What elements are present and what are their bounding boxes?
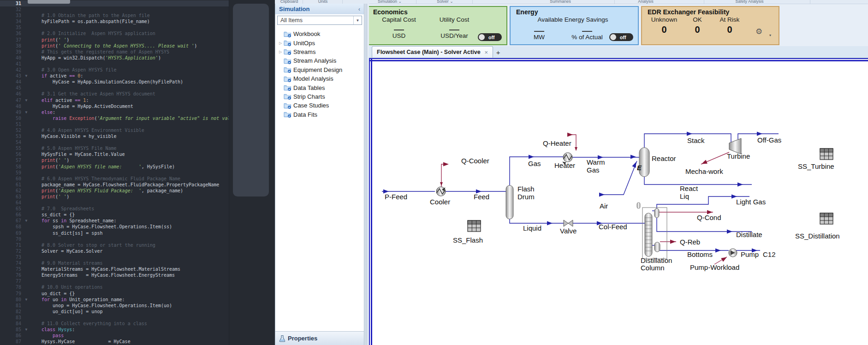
label-bottoms[interactable]: Bottoms (687, 250, 713, 258)
code-line[interactable]: 67▼for ss in Spreadsheet_name: (0, 218, 229, 224)
code-line[interactable]: 43▼if active == 0: (0, 73, 229, 79)
spreadsheet-icon-ss-flash[interactable] (468, 220, 481, 232)
code-line[interactable]: 81 unop = HyCase.Flowsheet.Operations.It… (0, 303, 229, 309)
label-react-liq-2[interactable]: Liq (680, 192, 689, 200)
label-distillate[interactable]: Distillate (736, 231, 762, 238)
label-ss-distillation[interactable]: SS_Distillation (795, 232, 840, 240)
code-line[interactable]: 40HyApp = win32.Dispatch('HYSYS.Applicat… (0, 55, 229, 61)
code-line[interactable]: 75MaterialStreams = HyCase.Flowsheet.Mat… (0, 266, 229, 272)
code-line[interactable]: 65# 7.0 Spreadsheets (0, 206, 229, 212)
pump-icon[interactable] (729, 249, 737, 257)
fold-arrow-icon[interactable]: ▼ (21, 73, 31, 79)
pane-splitter[interactable] (364, 4, 369, 345)
label-warm-gas-2[interactable]: Gas (587, 166, 600, 174)
code-line[interactable]: 66ss_dict = {} (0, 212, 229, 218)
reactor-icon[interactable]: E (637, 148, 649, 177)
tree-item-strip-charts[interactable]: Strip Charts (275, 92, 364, 101)
stream-light-gas[interactable] (657, 196, 749, 208)
label-feed[interactable]: Feed (474, 193, 489, 201)
tree-item-model-analysis[interactable]: Model Analysis (275, 74, 364, 83)
code-line[interactable]: 86 pass (0, 333, 229, 339)
code-line[interactable]: 51 (0, 121, 229, 127)
code-line[interactable]: 64 (0, 200, 229, 206)
code-line[interactable]: 48 HyCase = HyApp.ActiveDocument (0, 103, 229, 109)
label-pump-workload[interactable]: Pump-Workload (690, 263, 739, 271)
code-line[interactable]: 54 (0, 139, 229, 145)
flash-drum-icon[interactable] (506, 185, 513, 219)
code-line[interactable]: 61package_name = HyCase.Flowsheet.FluidP… (0, 182, 229, 188)
label-turbine[interactable]: Turbine (727, 152, 750, 160)
code-line[interactable]: 35 (0, 24, 229, 30)
fold-arrow-icon[interactable]: ▼ (21, 218, 31, 224)
fold-arrow-icon[interactable]: ▼ (21, 109, 31, 115)
code-line[interactable]: 34hyFilePath = os.path.abspath(File_name… (0, 18, 229, 24)
code-line[interactable]: 32 (0, 6, 229, 12)
pfd-drawing[interactable]: E (369, 58, 868, 345)
code-line[interactable]: 74# 9.0 Material streams (0, 260, 229, 266)
properties-bar[interactable]: Properties (275, 331, 364, 345)
label-air[interactable]: Air (600, 202, 608, 210)
code-line[interactable]: 38print(' Connecting to the Aspen HYSYS.… (0, 43, 229, 49)
code-line[interactable]: 82 uo_dict[uo] = unop (0, 309, 229, 315)
dropdown-arrow-icon[interactable]: ▼ (353, 16, 362, 24)
label-heater[interactable]: Heater (554, 161, 575, 169)
label-q-reb[interactable]: Q-Reb (680, 238, 700, 246)
code-line[interactable]: 79uo_dict = {} (0, 291, 229, 297)
code-line[interactable]: 85▼class Hysys: (0, 327, 229, 333)
code-line[interactable]: 69 ss_dict[ss] = spsh (0, 230, 229, 236)
code-line[interactable]: 45 (0, 85, 229, 91)
energy-toggle[interactable]: off (609, 33, 633, 41)
cooler-icon[interactable] (436, 186, 446, 196)
code-line[interactable]: 63print(' ') (0, 194, 229, 200)
tree-item-unitops[interactable]: ▷UnitOps (275, 38, 364, 47)
label-dist-col-2[interactable]: Column (641, 264, 665, 272)
code-lines[interactable]: 31 '''3233# 1.0 Obtain the path to the A… (0, 0, 229, 345)
code-line[interactable]: 56HySysFile = HyCase.Title.Value (0, 151, 229, 157)
label-q-cond[interactable]: Q-Cond (697, 214, 721, 221)
tree-item-workbook[interactable]: Workbook (275, 30, 364, 38)
stream-react-liq[interactable] (644, 177, 752, 184)
code-line[interactable]: 53HyCase.Visible = hy_visible (0, 133, 229, 139)
label-q-heater[interactable]: Q-Heater (543, 139, 571, 147)
code-line[interactable]: 50 raise Exception('Argument for input v… (0, 115, 229, 121)
close-tab-icon[interactable]: × (485, 49, 488, 56)
code-line[interactable]: 73 (0, 254, 229, 260)
code-line[interactable]: 52# 4.0 Aspen HYSYS Environment Visible (0, 127, 229, 133)
pfd-canvas[interactable]: E (369, 58, 868, 345)
label-ss-flash[interactable]: SS_Flash (453, 236, 483, 244)
code-line[interactable]: 87Hysys.HyCase = HyCase (0, 339, 229, 345)
code-line[interactable]: 44 HyCase = HyApp.SimulationCases.Open(h… (0, 79, 229, 85)
code-line[interactable]: 36# 2.0 Initialize Aspen HYSYS applicati… (0, 30, 229, 36)
code-line[interactable]: 57print(' ') (0, 157, 229, 163)
label-dist-col-1[interactable]: Distillation (641, 256, 672, 264)
code-line[interactable]: 58print('Aspen HYSYS file name: ', HySys… (0, 164, 229, 170)
collapse-pane-icon[interactable]: ‹ (358, 6, 360, 12)
tree-item-streams[interactable]: ▷Streams (275, 48, 364, 56)
label-valve[interactable]: Valve (560, 227, 577, 235)
label-cooler[interactable]: Cooler (430, 198, 450, 206)
tree-item-stream-analysis[interactable]: Stream Analysis (275, 56, 364, 65)
stream-air[interactable] (601, 161, 637, 195)
code-line[interactable]: 72Solver = HyCase.Solver (0, 248, 229, 254)
label-mecha-work[interactable]: Mecha-work (685, 167, 723, 175)
label-col-feed[interactable]: Col-Feed (599, 223, 627, 231)
label-reactor[interactable]: Reactor (652, 155, 676, 162)
label-q-cooler[interactable]: Q-Cooler (461, 157, 489, 165)
code-line[interactable]: 60# 6.0 Aspen HYSYS Thermodynamic Fluid … (0, 176, 229, 182)
editor-scrollbar-thumb[interactable] (233, 4, 269, 196)
label-react-liq-1[interactable]: React (680, 184, 698, 192)
label-p-feed[interactable]: P-Feed (385, 193, 407, 201)
label-liquid[interactable]: Liquid (523, 224, 541, 232)
spreadsheet-icon-ss-distillation[interactable] (820, 213, 833, 224)
expand-arrow-icon[interactable]: ▷ (277, 50, 284, 54)
code-line[interactable]: 47▼elif active == 1: (0, 97, 229, 103)
expand-arrow-icon[interactable]: ▷ (277, 41, 284, 45)
fold-arrow-icon[interactable]: ▼ (21, 297, 31, 303)
fold-arrow-icon[interactable]: ▼ (21, 327, 31, 333)
label-off-gas[interactable]: Off-Gas (757, 136, 781, 144)
code-line[interactable]: 77 (0, 278, 229, 284)
tree-item-data-fits[interactable]: Data Fits (275, 110, 364, 119)
code-line[interactable]: 37print(' ') (0, 37, 229, 43)
code-line[interactable]: 33# 1.0 Obtain the path to the Aspen fil… (0, 12, 229, 18)
tab-flowsheet-case-main[interactable]: Flowsheet Case (Main) - Solver Active × (372, 46, 493, 58)
